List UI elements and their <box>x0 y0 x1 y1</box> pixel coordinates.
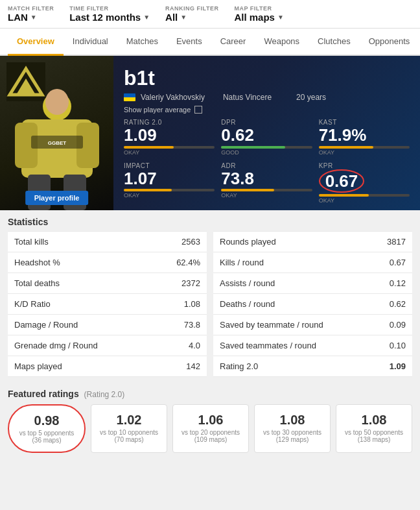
rating-card-0: 0.98 vs top 5 opponents(36 maps) <box>8 404 86 453</box>
stat-item-kpr: KPR 0.67 OKAY <box>319 162 410 204</box>
stats-row: Saved by teammate / round0.09 <box>213 315 412 335</box>
nav-tabs: Overview Individual Matches Events Caree… <box>0 29 420 56</box>
show-avg-row: Show player average <box>124 106 410 114</box>
ranking-filter[interactable]: RANKING FILTER All ▼ <box>165 5 218 23</box>
stats-row: Rating 2.01.09 <box>213 356 412 377</box>
time-filter-value[interactable]: Last 12 months ▼ <box>69 12 150 23</box>
stats-row: Grenade dmg / Round4.0 <box>8 335 207 356</box>
time-filter[interactable]: TIME FILTER Last 12 months ▼ <box>69 5 150 23</box>
match-filter[interactable]: MATCH FILTER LAN ▼ <box>8 5 54 23</box>
player-meta: Valeriy Vakhovskiy Natus Vincere 20 year… <box>124 93 410 102</box>
tab-overview[interactable]: Overview <box>8 29 64 56</box>
stats-row: Total kills2563 <box>8 231 207 252</box>
match-filter-arrow: ▼ <box>30 14 37 21</box>
filter-bar: MATCH FILTER LAN ▼ TIME FILTER Last 12 m… <box>0 0 420 29</box>
stats-row: Maps played142 <box>8 356 207 377</box>
map-filter[interactable]: MAP FILTER All maps ▼ <box>234 5 283 23</box>
rating-card-4: 1.08 vs top 50 opponents(138 maps) <box>336 404 412 453</box>
stats-row: Assists / round0.12 <box>213 273 412 294</box>
player-age: 20 years <box>296 93 326 102</box>
stats-col-right: Rounds played3817Kills / round0.67Assist… <box>213 231 412 377</box>
stats-grid: RATING 2.0 1.09 OKAY DPR 0.62 GOOD KAST … <box>124 119 410 204</box>
tab-individual[interactable]: Individual <box>64 29 117 56</box>
tab-career[interactable]: Career <box>211 29 255 56</box>
stats-row: K/D Ratio1.08 <box>8 294 207 315</box>
stats-row: Saved teammates / round0.10 <box>213 335 412 356</box>
stats-row: Headshot %62.4% <box>8 252 207 273</box>
tab-weapons[interactable]: Weapons <box>255 29 309 56</box>
stats-row: Rounds played3817 <box>213 231 412 252</box>
tab-matches[interactable]: Matches <box>117 29 167 56</box>
tab-events[interactable]: Events <box>167 29 211 56</box>
kpr-highlight: 0.67 <box>319 169 365 193</box>
match-filter-value[interactable]: LAN ▼ <box>8 12 54 23</box>
featured-section: Featured ratings (Rating 2.0) 0.98 vs to… <box>0 383 420 462</box>
ukraine-flag-icon <box>124 93 135 101</box>
ranking-filter-arrow: ▼ <box>180 14 187 21</box>
stats-row: Kills / round0.67 <box>213 252 412 273</box>
rating-card-2: 1.06 vs top 20 opponents(109 maps) <box>172 404 249 453</box>
player-real-name: Valeriy Vakhovskiy <box>141 93 205 102</box>
show-avg-checkbox[interactable] <box>194 106 202 114</box>
stats-row: Damage / Round73.8 <box>8 315 207 335</box>
ranking-filter-label: RANKING FILTER <box>165 5 218 12</box>
time-filter-label: TIME FILTER <box>69 5 150 12</box>
match-filter-label: MATCH FILTER <box>8 5 54 12</box>
player-info: b1t Valeriy Vakhovskiy Natus Vincere 20 … <box>113 56 420 210</box>
player-org: Natus Vincere <box>223 93 272 102</box>
featured-subtitle: (Rating 2.0) <box>84 390 125 399</box>
ranking-filter-value[interactable]: All ▼ <box>165 12 218 23</box>
rating-card-3: 1.08 vs top 30 opponents(129 maps) <box>254 404 331 453</box>
player-hero: GGBET NATUS VINCERE Player profile b1t V… <box>0 56 420 210</box>
stat-item-adr: ADR 73.8 OKAY <box>221 162 312 204</box>
stat-item-rating: RATING 2.0 1.09 OKAY <box>124 119 215 156</box>
player-silhouette: GGBET NATUS VINCERE <box>8 71 106 210</box>
svg-point-9 <box>45 89 69 115</box>
tab-clutches[interactable]: Clutches <box>309 29 360 56</box>
stat-item-impact: IMPACT 1.07 OKAY <box>124 162 215 204</box>
svg-text:NATUS VINCERE: NATUS VINCERE <box>38 128 75 133</box>
rating-card-1: 1.02 vs top 10 opponents(70 maps) <box>91 404 167 453</box>
ratings-row: 0.98 vs top 5 opponents(36 maps) 1.02 vs… <box>8 404 412 453</box>
time-filter-arrow: ▼ <box>143 14 150 21</box>
svg-text:GGBET: GGBET <box>47 140 66 146</box>
map-filter-label: MAP FILTER <box>234 5 283 12</box>
featured-title: Featured ratings (Rating 2.0) <box>8 383 412 404</box>
stats-col-left: Total kills2563Headshot %62.4%Total deat… <box>8 231 207 377</box>
tab-opponents[interactable]: Opponents <box>360 29 419 56</box>
stat-item-kast: KAST 71.9% OKAY <box>319 119 410 156</box>
player-profile-button[interactable]: Player profile <box>25 191 89 205</box>
player-name: b1t <box>124 66 410 90</box>
statistics-table: Total kills2563Headshot %62.4%Total deat… <box>0 231 420 383</box>
map-filter-arrow: ▼ <box>277 14 284 21</box>
map-filter-value[interactable]: All maps ▼ <box>234 12 283 23</box>
player-image-area: GGBET NATUS VINCERE Player profile <box>0 56 113 210</box>
stats-row: Deaths / round0.62 <box>213 294 412 315</box>
stat-item-dpr: DPR 0.62 GOOD <box>221 119 312 156</box>
show-avg-label: Show player average <box>124 106 191 114</box>
stats-row: Total deaths2372 <box>8 273 207 294</box>
statistics-title: Statistics <box>0 210 420 231</box>
